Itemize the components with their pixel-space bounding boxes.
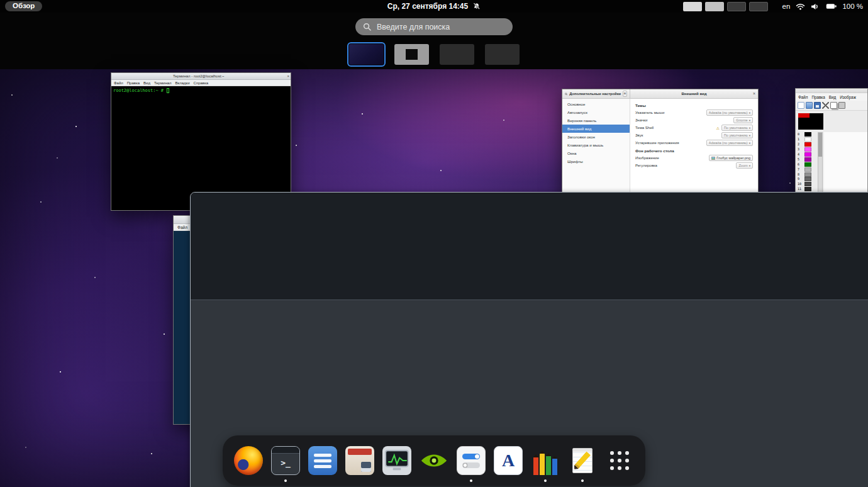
dock-item-monitor[interactable]	[382, 446, 411, 475]
dock-item-aapp[interactable]: A	[494, 446, 523, 475]
sidebar-item[interactable]: Внешний вид	[562, 125, 630, 133]
wifi-icon[interactable]	[796, 3, 805, 10]
dropdown[interactable]: Zoom▾	[736, 162, 753, 169]
palette-swatch	[804, 147, 811, 152]
palette-swatch	[804, 137, 811, 142]
copy-icon[interactable]	[830, 102, 837, 109]
open-icon[interactable]	[806, 102, 813, 109]
dropdown[interactable]: Adwaita (по умолчанию)▾	[706, 109, 753, 116]
cut-icon[interactable]	[822, 102, 829, 109]
paint-titlebar[interactable]	[796, 89, 867, 93]
search-icon[interactable]	[565, 92, 567, 96]
menu-item[interactable]: Вкладки	[175, 81, 190, 85]
dock-item-appgrid[interactable]	[605, 446, 634, 475]
sidebar-item[interactable]: Автозапуск	[562, 108, 630, 116]
scrollbar-thumb[interactable]	[818, 133, 822, 157]
dropdown[interactable]: Gnome▾	[733, 117, 753, 123]
sidebar-item[interactable]: Шрифты	[562, 157, 630, 165]
menu-item[interactable]: Правка	[127, 81, 140, 85]
palette-index: 3	[798, 148, 804, 151]
taskbar-window-button-2[interactable]	[705, 2, 724, 11]
hamburger-menu-button[interactable]: ≡	[623, 91, 627, 97]
settings-row: ЗвукПо умолчанию▾	[635, 132, 753, 139]
clock-area[interactable]: Ср, 27 сентября 14:45	[387, 0, 481, 13]
terminal-titlebar[interactable]: Терминал - root2@localhost:~ ×	[111, 73, 291, 80]
save-icon[interactable]	[814, 102, 821, 109]
paint-menubar: ФайлПравкаВидИзображ	[796, 93, 867, 101]
palette-index: 10	[798, 182, 804, 186]
taskbar-window-button-4[interactable]	[749, 2, 768, 11]
palette-entry[interactable]: 2	[798, 142, 814, 147]
setting-label: Указатель мыши	[635, 111, 706, 115]
menu-item[interactable]: Файл	[177, 225, 187, 230]
dock-item-firefox[interactable]	[234, 446, 263, 475]
workspace-thumbnail-4[interactable]	[485, 44, 520, 65]
terminal-window[interactable]: Терминал - root2@localhost:~ × ФайлПравк…	[111, 72, 291, 211]
palette-entry[interactable]: 11	[798, 187, 814, 192]
workspace-thumbnail-2[interactable]	[394, 44, 429, 65]
running-indicator	[581, 479, 584, 482]
palette-index: 4	[798, 153, 804, 156]
palette-entry[interactable]: 10	[798, 182, 814, 187]
palette-entry[interactable]: 8	[798, 172, 814, 177]
sidebar-item[interactable]: Окна	[562, 149, 630, 157]
paint-toolbar	[796, 101, 867, 111]
battery-icon[interactable]	[826, 3, 837, 9]
sidebar-item[interactable]: Основное	[562, 100, 630, 108]
dropdown[interactable]: По умолчанию▾	[721, 125, 753, 131]
palette-entry[interactable]: 0	[798, 132, 814, 137]
palette-entry[interactable]: 1	[798, 137, 814, 142]
palette-entry[interactable]: 3	[798, 147, 814, 152]
menu-item[interactable]: Вид	[829, 95, 836, 99]
nvidia-icon	[420, 446, 448, 475]
dock-item-terminal[interactable]: >_	[271, 446, 300, 475]
file-chooser-button[interactable]: Глобус wallpaper.png	[709, 155, 753, 161]
palette-swatch	[804, 152, 811, 157]
workspace-thumbnail-1[interactable]	[349, 44, 384, 65]
menu-item[interactable]: Изображ	[840, 95, 856, 99]
close-button[interactable]: ×	[286, 74, 291, 78]
sidebar-item[interactable]: Заголовки окон	[562, 133, 630, 141]
tweaks-header-left: Дополнительные настройки ≡	[562, 89, 630, 98]
appgrid-icon	[605, 446, 634, 475]
taskbar-window-button-1[interactable]	[683, 2, 702, 11]
taskbar-window-button-3[interactable]	[727, 2, 746, 11]
search-input[interactable]: Введите для поиска	[355, 18, 513, 35]
dock-item-tweaks[interactable]	[457, 446, 486, 475]
chevron-down-icon: ▾	[749, 119, 750, 122]
sidebar-item[interactable]: Верхняя панель	[562, 116, 630, 125]
menu-item[interactable]: Справка	[194, 81, 209, 85]
dock-item-mousepad[interactable]	[568, 446, 597, 475]
palette-swatch	[804, 172, 811, 177]
palette-entry[interactable]: 6	[798, 162, 814, 167]
volume-icon[interactable]	[811, 3, 820, 10]
new-icon[interactable]	[798, 102, 804, 109]
setting-label: Значки	[635, 118, 733, 122]
gnome-shell-overview: Обзор Ср, 27 сентября 14:45 en	[0, 0, 868, 487]
close-button[interactable]: ×	[753, 91, 755, 96]
chevron-down-icon: ▾	[749, 142, 750, 145]
menu-item[interactable]: Терминал	[154, 81, 172, 85]
dock-item-pencils[interactable]	[531, 446, 560, 475]
keyboard-layout-indicator[interactable]: en	[782, 3, 791, 10]
menu-item[interactable]: Вид	[143, 81, 150, 85]
sidebar-item[interactable]: Клавиатура и мышь	[562, 141, 630, 149]
paste-icon[interactable]	[838, 102, 845, 109]
palette-entry[interactable]: 9	[798, 177, 814, 182]
dock-item-files[interactable]	[308, 446, 337, 475]
palette-entry[interactable]: 4	[798, 152, 814, 157]
menu-item[interactable]: Файл	[114, 81, 123, 85]
menu-item[interactable]: Правка	[811, 95, 825, 99]
menu-item[interactable]: Файл	[798, 95, 808, 99]
clock[interactable]: Ср, 27 сентября 14:45	[387, 2, 468, 11]
palette-entry[interactable]: 5	[798, 157, 814, 162]
system-status-area[interactable]: en 100 %	[683, 0, 863, 13]
overview-button[interactable]: Обзор	[5, 1, 42, 11]
workspace-thumbnail-3[interactable]	[440, 44, 474, 65]
dropdown[interactable]: Adwaita (по умолчанию)▾	[706, 140, 753, 146]
palette-entry[interactable]: 7	[798, 167, 814, 172]
mousepad-icon	[568, 446, 597, 475]
dock-item-package[interactable]	[345, 446, 374, 475]
dock-item-nvidia[interactable]	[420, 446, 448, 475]
dropdown[interactable]: По умолчанию▾	[721, 132, 753, 138]
